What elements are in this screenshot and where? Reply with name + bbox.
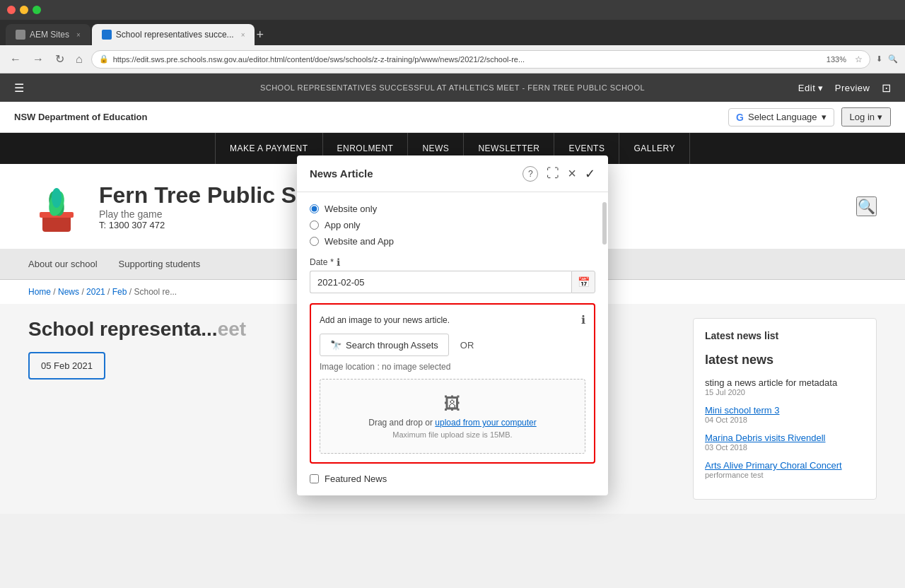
modal-body: Website only App only Website and App Da… — [297, 192, 608, 495]
radio-app-only[interactable]: App only — [310, 220, 595, 230]
edit-button[interactable]: Edit ▾ — [798, 83, 824, 93]
radio-input-website-only[interactable] — [310, 204, 319, 213]
latest-news-heading: latest news — [705, 353, 865, 368]
select-language-button[interactable]: G Select Language ▾ — [728, 108, 834, 127]
sidebar-panel-title: Latest news list — [705, 330, 865, 341]
modal-title: News Article — [310, 167, 373, 180]
tab-school-reps[interactable]: School representatives succe... × — [92, 24, 255, 45]
radio-label-app-only: App only — [325, 220, 361, 230]
image-section: Add an image to your news article. ℹ 🔭 S… — [310, 303, 595, 464]
nav-item-gallery[interactable]: Gallery — [619, 133, 690, 164]
select-language-label: Select Language — [748, 112, 817, 122]
date-input[interactable] — [310, 271, 571, 293]
breadcrumb-2021[interactable]: 2021 — [86, 287, 105, 297]
minimize-dot[interactable] — [20, 6, 28, 14]
calendar-button[interactable]: 📅 — [571, 271, 595, 293]
google-g-icon: G — [736, 112, 744, 123]
nsw-logo-text: NSW Department of Education — [14, 112, 148, 122]
login-chevron-icon: ▾ — [877, 112, 882, 122]
sidebar: Latest news list latest news sting a new… — [693, 318, 877, 500]
nsw-header: NSW Department of Education G Select Lan… — [0, 102, 905, 133]
radio-website-only[interactable]: Website only — [310, 204, 595, 214]
search-assets-button[interactable]: 🔭 Search through Assets — [320, 334, 449, 356]
featured-news-row: Featured News — [310, 474, 595, 484]
zoom-level: 133% — [822, 55, 851, 64]
search-browser-icon: 🔍 — [888, 54, 898, 64]
breadcrumb-current: School re... — [134, 287, 177, 297]
school-logo — [28, 178, 85, 235]
tab-favicon-aem — [16, 30, 25, 40]
modal-header: News Article ? ⛶ × ✓ — [297, 155, 608, 192]
address-text: https://edit.sws.pre.schools.nsw.gov.au/… — [113, 55, 818, 64]
tab-label-school: School representatives succe... — [116, 30, 234, 40]
tab-favicon-school — [102, 30, 112, 40]
back-button[interactable]: ← — [7, 52, 24, 67]
news-article-modal: News Article ? ⛶ × ✓ Website only App on… — [297, 155, 608, 495]
tab-close-school[interactable]: × — [241, 31, 245, 39]
language-chevron-icon: ▾ — [822, 112, 827, 122]
featured-news-checkbox[interactable] — [310, 474, 319, 483]
sub-nav-about[interactable]: About our school — [28, 259, 98, 269]
image-info-icon: ℹ — [581, 313, 585, 327]
article-date: 05 Feb 2021 — [41, 360, 93, 371]
close-button[interactable]: × — [568, 165, 576, 182]
address-bar[interactable]: 🔒 https://edit.sws.pre.schools.nsw.gov.a… — [91, 50, 870, 69]
login-button[interactable]: Log in ▾ — [841, 107, 891, 127]
modal-scrollbar[interactable] — [602, 195, 608, 495]
aem-top-bar: ☰ SCHOOL REPRESENTATIVES SUCCESSFUL AT A… — [0, 74, 905, 102]
preview-button[interactable]: Preview — [835, 83, 870, 93]
breadcrumb-feb[interactable]: Feb — [112, 287, 127, 297]
breadcrumb-home[interactable]: Home — [28, 287, 51, 297]
scrollbar-thumb — [602, 202, 607, 245]
date-field-label: Date * ℹ — [310, 257, 595, 268]
date-input-row: 📅 — [310, 271, 595, 293]
image-top-row: 🔭 Search through Assets OR — [320, 334, 585, 356]
fullscreen-button[interactable]: ⛶ — [547, 166, 559, 181]
tab-close-aem[interactable]: × — [76, 31, 81, 39]
tab-label-aem: AEM Sites — [30, 30, 69, 40]
breadcrumb-news[interactable]: News — [58, 287, 79, 297]
radio-label-website-only: Website only — [325, 204, 377, 214]
date-info-icon: ℹ — [337, 257, 340, 268]
radio-input-app-only[interactable] — [310, 220, 319, 230]
radio-website-and-app[interactable]: Website and App — [310, 236, 595, 247]
forward-button[interactable]: → — [30, 52, 47, 67]
modal-header-actions: ? ⛶ × ✓ — [522, 165, 595, 182]
radio-label-website-and-app: Website and App — [325, 236, 394, 247]
reload-button[interactable]: ↻ — [52, 51, 67, 67]
news-item-3: Arts Alive Primary Choral Concert perfor… — [705, 460, 865, 479]
close-dot[interactable] — [7, 6, 16, 14]
header-right: G Select Language ▾ Log in ▾ — [728, 107, 891, 127]
news-item-1: Mini school term 3 04 Oct 2018 — [705, 405, 865, 424]
browser-toolbar: ← → ↻ ⌂ 🔒 https://edit.sws.pre.schools.n… — [0, 45, 905, 74]
max-size-label: Maximum file upload size is 15MB. — [334, 430, 571, 439]
aem-breadcrumb-title: SCHOOL REPRESENTATIVES SUCCESSFUL AT ATH… — [260, 83, 645, 92]
or-label: OR — [460, 340, 474, 351]
news-item-0: sting a news article for metadata 15 Jul… — [705, 377, 865, 396]
help-button[interactable]: ? — [522, 166, 538, 182]
top-bar-actions: Edit ▾ Preview ⊡ — [798, 81, 891, 95]
search-button[interactable]: 🔍 — [856, 196, 877, 216]
sub-nav-supporting[interactable]: Supporting students — [119, 259, 201, 269]
radio-group-platform: Website only App only Website and App — [310, 204, 595, 247]
home-button[interactable]: ⌂ — [73, 52, 86, 67]
upload-icon: 🖼 — [334, 394, 571, 413]
bookmark-icon: ⬇ — [876, 54, 882, 64]
edit-chevron-icon: ▾ — [818, 83, 824, 93]
tab-aem-sites[interactable]: AEM Sites × — [6, 24, 90, 45]
aem-sidebar-icon[interactable]: ☰ — [14, 81, 25, 95]
image-location: Image location : no image selected — [320, 362, 585, 372]
confirm-button[interactable]: ✓ — [585, 166, 595, 182]
share-icon[interactable]: ⊡ — [882, 81, 892, 95]
browser-tabs: AEM Sites × School representatives succe… — [0, 20, 905, 45]
upload-link[interactable]: upload from your computer — [435, 418, 536, 428]
search-assets-label: Search through Assets — [346, 340, 438, 351]
radio-input-website-and-app[interactable] — [310, 237, 319, 246]
article-date-box: 05 Feb 2021 — [28, 352, 105, 380]
drag-drop-zone[interactable]: 🖼 Drag and drop or upload from your comp… — [320, 379, 585, 454]
tab-new[interactable]: + — [256, 24, 277, 45]
featured-news-label: Featured News — [325, 474, 387, 484]
maximize-dot[interactable] — [33, 6, 41, 14]
login-label: Log in — [850, 112, 875, 122]
news-item-2: Marina Debris visits Rivendell 03 Oct 20… — [705, 433, 865, 452]
